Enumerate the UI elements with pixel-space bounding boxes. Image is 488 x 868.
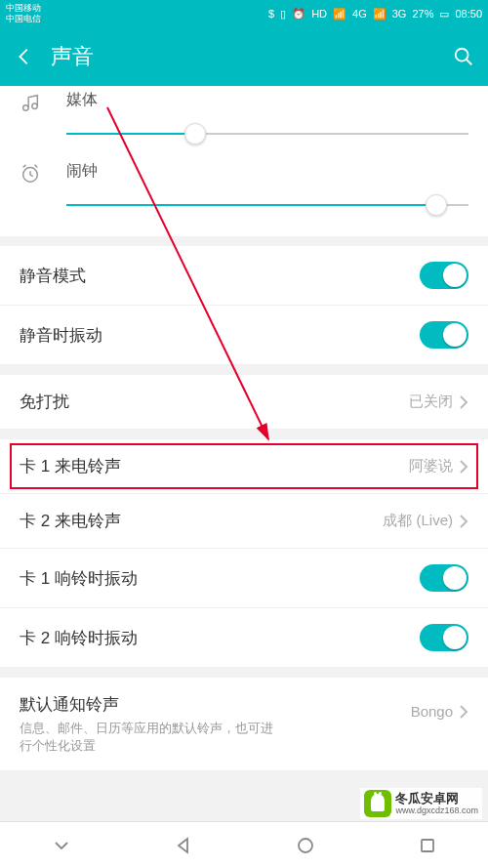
battery-icon: ▭ <box>439 8 449 21</box>
sim1-vibrate-label: 卡 1 响铃时振动 <box>20 567 138 590</box>
signal-1-icon: 📶 <box>333 8 346 21</box>
media-volume-label: 媒体 <box>66 90 468 110</box>
clock-time: 08:50 <box>455 8 482 20</box>
chevron-right-icon <box>459 459 468 475</box>
alarm-icon <box>20 163 41 185</box>
alarm-status-icon: ⏰ <box>292 8 305 21</box>
signal-2-icon: 📶 <box>373 8 386 21</box>
alarm-volume-row: 闹钟 <box>0 155 488 227</box>
dnd-row[interactable]: 免打扰 已关闭 <box>0 375 488 430</box>
network-4g-icon: 4G <box>352 8 367 20</box>
svg-point-2 <box>32 103 38 109</box>
svg-rect-6 <box>422 840 433 851</box>
sim2-vibrate-row[interactable]: 卡 2 响铃时振动 <box>0 608 488 668</box>
carrier-info: 中国移动 中国电信 <box>6 3 41 24</box>
svg-point-5 <box>299 839 312 852</box>
silent-mode-label: 静音模式 <box>20 265 86 287</box>
sim1-ringtone-label: 卡 1 来电铃声 <box>20 455 121 477</box>
default-notification-label: 默认通知铃声 <box>20 693 273 716</box>
bluetooth-icon: $ <box>268 8 274 20</box>
nav-back-icon[interactable] <box>174 836 193 855</box>
chevron-right-icon <box>459 394 468 410</box>
carrier-1: 中国移动 <box>6 3 41 14</box>
chevron-right-icon <box>459 514 468 529</box>
nav-recent-icon[interactable] <box>418 836 437 855</box>
silent-mode-row[interactable]: 静音模式 <box>0 246 488 306</box>
page-title: 声音 <box>51 42 94 71</box>
watermark-url: www.dgxcdz168.com <box>395 806 478 815</box>
network-3g-icon: 3G <box>392 8 407 20</box>
vibrate-on-silent-label: 静音时振动 <box>20 324 102 347</box>
watermark-icon <box>364 790 391 817</box>
sim2-vibrate-label: 卡 2 响铃时振动 <box>20 627 138 649</box>
nav-collapse-icon[interactable] <box>52 836 71 855</box>
sim1-ringtone-row[interactable]: 卡 1 来电铃声 阿婆说 <box>0 439 488 493</box>
media-volume-row: 媒体 <box>0 90 488 155</box>
watermark: 冬瓜安卓网 www.dgxcdz168.com <box>360 788 482 819</box>
media-volume-slider[interactable] <box>66 120 468 147</box>
app-header: 声音 <box>0 27 488 86</box>
status-icons: $ ▯ ⏰ HD 📶 4G 📶 3G 27% ▭ 08:50 <box>268 8 482 21</box>
nav-home-icon[interactable] <box>296 836 315 855</box>
default-notification-sub: 信息、邮件、日历等应用的默认铃声，也可进行个性化设置 <box>20 720 273 755</box>
sim2-vibrate-toggle[interactable] <box>420 624 468 651</box>
vibrate-icon: ▯ <box>280 8 286 21</box>
status-bar: 中国移动 中国电信 $ ▯ ⏰ HD 📶 4G 📶 3G 27% ▭ 08:50 <box>0 0 488 27</box>
sim2-ringtone-row[interactable]: 卡 2 来电铃声 成都 (Live) <box>0 493 488 549</box>
sim2-ringtone-label: 卡 2 来电铃声 <box>20 510 121 532</box>
svg-point-0 <box>456 49 468 62</box>
nav-bar <box>0 821 488 868</box>
silent-mode-toggle[interactable] <box>420 262 468 289</box>
battery-percent: 27% <box>412 8 433 20</box>
media-icon <box>20 92 41 113</box>
dnd-label: 免打扰 <box>20 391 69 413</box>
dnd-value: 已关闭 <box>409 393 453 411</box>
search-icon[interactable] <box>453 46 474 67</box>
vibrate-on-silent-row[interactable]: 静音时振动 <box>0 306 488 365</box>
alarm-volume-label: 闹钟 <box>66 161 468 182</box>
carrier-2: 中国电信 <box>6 14 41 24</box>
alarm-volume-slider[interactable] <box>66 191 468 219</box>
watermark-name: 冬瓜安卓网 <box>395 792 478 806</box>
volume-section: 媒体 闹钟 <box>0 86 488 236</box>
chevron-right-icon <box>459 704 468 720</box>
sim1-vibrate-row[interactable]: 卡 1 响铃时振动 <box>0 549 488 608</box>
sim1-vibrate-toggle[interactable] <box>420 564 468 592</box>
vibrate-on-silent-toggle[interactable] <box>420 321 468 349</box>
default-notification-value: Bongo <box>411 703 453 720</box>
hd-icon: HD <box>311 8 327 20</box>
default-notification-row[interactable]: 默认通知铃声 信息、邮件、日历等应用的默认铃声，也可进行个性化设置 Bongo <box>0 678 488 771</box>
svg-point-1 <box>23 105 29 111</box>
sim2-ringtone-value: 成都 (Live) <box>383 512 453 530</box>
back-icon[interactable] <box>14 46 35 67</box>
sim1-ringtone-value: 阿婆说 <box>409 457 453 475</box>
sim1-ringtone-highlight: 卡 1 来电铃声 阿婆说 <box>0 439 488 493</box>
